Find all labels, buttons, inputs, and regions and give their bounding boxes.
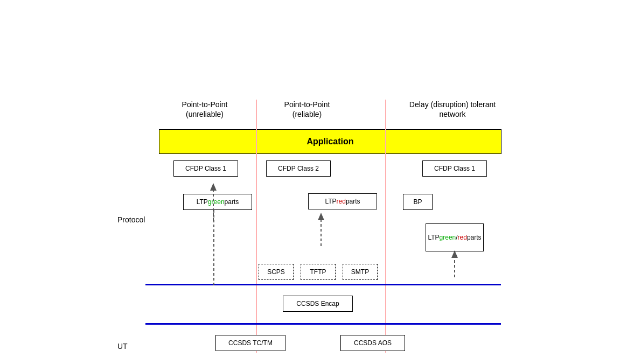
ccsds-aos-box: CCSDS AOS bbox=[340, 335, 405, 351]
arrow-ltp-red bbox=[317, 213, 325, 248]
arrow-ltp-green-red bbox=[450, 250, 459, 278]
ltp-red-parts: LTP red parts bbox=[308, 193, 377, 209]
diagram: Point-to-Point(unreliable) Point-to-Poin… bbox=[0, 0, 641, 364]
separator-1 bbox=[256, 100, 257, 353]
smtp-box: SMTP bbox=[343, 264, 378, 280]
svg-marker-1 bbox=[210, 183, 217, 191]
ltp-green-parts: LTP green parts bbox=[183, 194, 252, 210]
col-header-dtn: Delay (disruption) tolerantnetwork bbox=[399, 100, 506, 119]
svg-marker-3 bbox=[318, 213, 324, 220]
scps-box: SCPS bbox=[259, 264, 294, 280]
ccsds-tc-tm-box: CCSDS TC/TM bbox=[215, 335, 285, 351]
application-label: Application bbox=[306, 137, 353, 146]
bp-box: BP bbox=[403, 194, 433, 210]
application-bar: Application bbox=[159, 129, 501, 154]
ut-label: UT bbox=[117, 342, 128, 351]
ltp-green-red-parts: LTP green /red parts bbox=[426, 223, 484, 251]
h-line-bottom bbox=[145, 323, 501, 325]
cfdp-class1-right: CFDP Class 1 bbox=[422, 160, 487, 177]
col-header-reliable: Point-to-Point(reliable) bbox=[264, 100, 350, 119]
tftp-box: TFTP bbox=[301, 264, 336, 280]
protocol-label: Protocol bbox=[117, 215, 145, 224]
separator-2 bbox=[385, 100, 386, 353]
col-header-unreliable: Point-to-Point(unreliable) bbox=[162, 100, 248, 119]
dashed-line-ltp-green-down bbox=[213, 210, 215, 285]
ccsds-encap-box: CCSDS Encap bbox=[283, 296, 353, 312]
svg-marker-5 bbox=[451, 250, 458, 258]
h-line-top bbox=[145, 284, 501, 285]
cfdp-class1-left: CFDP Class 1 bbox=[173, 160, 238, 177]
cfdp-class2: CFDP Class 2 bbox=[266, 160, 331, 177]
